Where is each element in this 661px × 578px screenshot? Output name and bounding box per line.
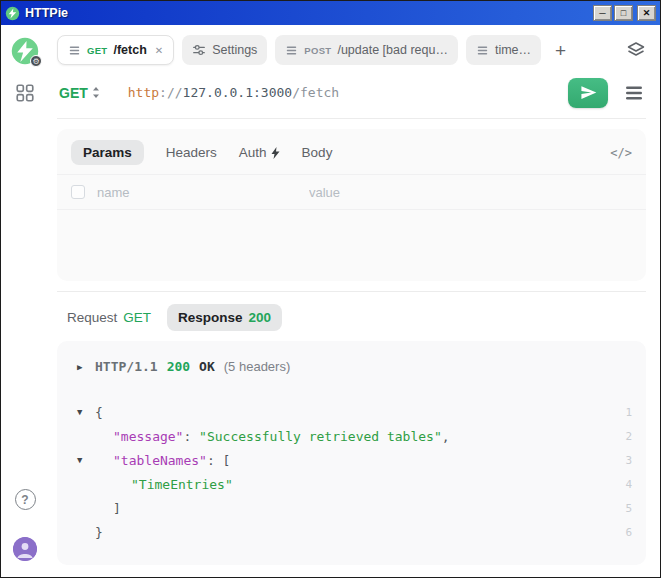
json-token: "Successfully retrieved tables" — [199, 429, 442, 444]
json-token: "tableNames" — [113, 453, 207, 468]
user-avatar-icon[interactable] — [13, 537, 37, 561]
tab-method-badge: GET — [87, 45, 107, 56]
response-tab-status: 200 — [249, 310, 272, 325]
param-row — [57, 174, 646, 210]
url-scheme: http — [128, 85, 159, 100]
tab-label: time… — [495, 43, 531, 57]
tab-settings[interactable]: Settings — [182, 35, 267, 65]
collapse-caret-icon[interactable]: ▶ — [77, 362, 82, 372]
window-title: HTTPie — [25, 6, 588, 20]
tab-bar: GET /fetch ✕ Settings — [57, 33, 646, 67]
settings-sliders-icon — [192, 43, 206, 57]
tab-headers[interactable]: Headers — [166, 145, 217, 160]
tab-body[interactable]: Body — [302, 145, 333, 160]
tab-params[interactable]: Params — [71, 140, 144, 165]
headers-summary: (5 headers) — [224, 359, 290, 374]
line-number: 6 — [614, 526, 632, 539]
tab-request-view[interactable]: Request GET — [67, 310, 151, 325]
lightning-bolt-icon — [271, 147, 280, 159]
response-section: Request GET Response 200 ▶ HTTP/1.1 200 … — [57, 291, 646, 577]
json-token: : — [183, 429, 199, 444]
app-window: HTTPie ─ □ ✕ ⚙ — [0, 0, 661, 578]
url-path: /fetch — [292, 85, 339, 100]
fold-caret-icon[interactable]: ▼ — [77, 407, 82, 417]
json-token: "message" — [113, 429, 183, 444]
status-text: OK — [199, 359, 215, 374]
sort-arrows-icon — [92, 86, 100, 99]
tab-response-view[interactable]: Response 200 — [167, 304, 282, 331]
url-separator: :// — [159, 85, 182, 100]
layers-icon — [626, 40, 646, 60]
json-token: [ — [223, 453, 231, 468]
json-line: ] 5 — [71, 496, 632, 520]
apps-grid-icon[interactable] — [15, 83, 35, 103]
response-tab-label: Response — [178, 310, 243, 325]
fold-caret-icon[interactable]: ▼ — [77, 455, 82, 465]
param-name-input[interactable] — [97, 185, 297, 200]
json-token: { — [95, 405, 103, 420]
tab-method-badge: POST — [304, 45, 331, 56]
stack-icon — [624, 84, 644, 102]
close-tab-icon[interactable]: ✕ — [155, 45, 163, 56]
httpie-logo-icon — [5, 6, 20, 21]
maximize-button[interactable]: □ — [614, 5, 633, 21]
request-panel: Params Headers Auth Body </> — [57, 129, 646, 281]
tab-label: /fetch — [113, 43, 146, 57]
tab-update[interactable]: POST /update [bad requ… — [275, 35, 458, 65]
request-icon — [68, 44, 81, 57]
tab-auth-label: Auth — [239, 145, 267, 160]
url-input[interactable]: http://127.0.0.1:3000/fetch — [128, 85, 339, 100]
json-token: } — [95, 525, 103, 540]
line-number: 3 — [614, 454, 632, 467]
new-tab-button[interactable]: + — [549, 41, 572, 60]
json-token: "TimeEntries" — [131, 477, 233, 492]
json-token: : — [207, 453, 223, 468]
json-token: ] — [113, 501, 121, 516]
close-button[interactable]: ✕ — [637, 5, 656, 21]
tab-label: /update [bad requ… — [337, 43, 448, 57]
request-icon — [476, 44, 489, 57]
tab-auth[interactable]: Auth — [239, 145, 280, 160]
response-stack-button[interactable] — [624, 84, 644, 102]
window-controls: ─ □ ✕ — [593, 5, 656, 21]
tab-label: Settings — [212, 43, 257, 57]
json-line: } 6 — [71, 520, 632, 544]
sidebar: ⚙ ? — [1, 25, 49, 577]
url-bar: GET http://127.0.0.1:3000/fetch — [57, 67, 646, 119]
json-line: "TimeEntries" 4 — [71, 472, 632, 496]
json-line: ▼ "tableNames": [ 3 — [71, 448, 632, 472]
url-host: 127.0.0.1 — [183, 85, 253, 100]
json-line: ▼ { 1 — [71, 400, 632, 424]
send-button[interactable] — [568, 78, 608, 108]
request-tab-label: Request — [67, 310, 117, 325]
layers-button[interactable] — [626, 40, 646, 60]
protocol: HTTP/1.1 — [95, 359, 158, 374]
request-tabs: Params Headers Auth Body </> — [57, 129, 646, 174]
window-titlebar[interactable]: HTTPie ─ □ ✕ — [1, 1, 660, 25]
tab-fetch[interactable]: GET /fetch ✕ — [57, 35, 174, 65]
main-column: GET /fetch ✕ Settings — [49, 25, 660, 577]
response-tabs: Request GET Response 200 — [57, 300, 646, 341]
request-tab-method: GET — [123, 310, 151, 325]
help-icon[interactable]: ? — [15, 489, 36, 510]
line-number: 1 — [614, 406, 632, 419]
tab-time[interactable]: time… — [466, 35, 541, 65]
json-response-body: ▼ { 1 "message": "Successfully retrieved… — [71, 400, 632, 544]
json-line: "message": "Successfully retrieved table… — [71, 424, 632, 448]
param-value-input[interactable] — [309, 185, 632, 200]
param-row-checkbox[interactable] — [71, 185, 85, 199]
line-number: 5 — [614, 502, 632, 515]
line-number: 4 — [614, 478, 632, 491]
url-port: :3000 — [253, 85, 292, 100]
code-view-icon[interactable]: </> — [610, 146, 632, 160]
line-number: 2 — [614, 430, 632, 443]
status-code: 200 — [167, 359, 190, 374]
method-label: GET — [59, 85, 88, 101]
status-line: ▶ HTTP/1.1 200 OK (5 headers) — [71, 359, 632, 374]
httpie-app-logo[interactable]: ⚙ — [11, 37, 39, 65]
gear-badge-icon: ⚙ — [30, 55, 42, 67]
paper-plane-icon — [580, 84, 597, 101]
minimize-button[interactable]: ─ — [593, 5, 612, 21]
json-token: , — [442, 429, 450, 444]
method-select[interactable]: GET — [59, 85, 100, 101]
